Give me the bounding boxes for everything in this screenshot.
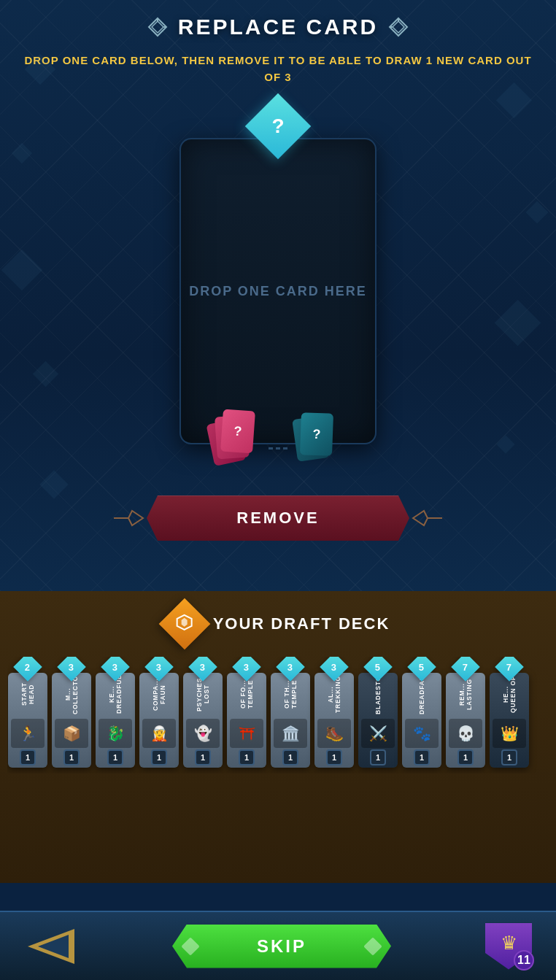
footer-nav: SKIP ♛ 11 xyxy=(0,911,556,980)
card-item-8[interactable]: 3 TREKKING AL... 🥾 1 xyxy=(314,657,355,768)
card-body: TEMPLE OF FO... ⛩️ 1 xyxy=(227,673,266,768)
card-item-11[interactable]: 7 LASTING REM... 💀 1 xyxy=(445,657,486,768)
card-image-area: 📦 xyxy=(55,719,88,748)
remove-button[interactable]: REMOVE xyxy=(147,495,409,541)
card-image-icon: 📦 xyxy=(63,725,81,742)
card-item-1[interactable]: 2 HEAD START 🏃 1 xyxy=(7,657,48,768)
card-quantity-badge: 1 xyxy=(239,749,255,765)
card-image-icon: 💀 xyxy=(457,725,475,742)
card-body: TEMPLE OF TH... 🏛️ 1 xyxy=(271,673,310,768)
card-image-icon: ⛩️ xyxy=(238,725,256,742)
card-quantity-badge: 1 xyxy=(107,749,123,765)
deck-icon-symbol xyxy=(176,614,193,635)
card-image-area: 🐾 xyxy=(405,719,439,748)
remove-button-container: REMOVE xyxy=(15,495,541,541)
card-quantity-badge: 1 xyxy=(282,749,298,765)
card-image-area: ⛩️ xyxy=(230,719,263,748)
card-inner: DREADFAUNS 🐾 1 xyxy=(402,673,441,768)
card-item-2[interactable]: 3 COLLECTOR M... 📦 1 xyxy=(51,657,92,768)
card-image-area: 👑 xyxy=(493,719,526,748)
card-image-icon: 🥾 xyxy=(325,725,344,742)
card-image-area: 🐉 xyxy=(99,719,132,748)
card-cost-num: 7 xyxy=(506,661,511,672)
card-image-icon: 🐉 xyxy=(107,725,125,742)
title-row: REPLACE CARD xyxy=(15,15,541,39)
card-body: TREKKING AL... 🥾 1 xyxy=(314,673,354,768)
draft-deck-title: YOUR DRAFT DECK xyxy=(213,614,390,633)
drop-card-label: DROP ONE CARD HERE xyxy=(189,284,367,299)
card-body: DREADFAUNS 🐾 1 xyxy=(402,673,441,768)
card-image-area: ⚔️ xyxy=(361,719,395,748)
card-image-icon: 🏃 xyxy=(19,725,37,742)
card-image-icon: 👻 xyxy=(194,725,212,742)
card-inner: TEMPLE OF TH... 🏛️ 1 xyxy=(271,673,310,768)
card-body: BLADESTORM ⚔️ 1 xyxy=(358,673,398,768)
card-item-10[interactable]: 5 DREADFAUNS 🐾 1 xyxy=(401,657,442,768)
card-quantity-badge: 1 xyxy=(501,749,517,765)
remove-deco-left xyxy=(114,507,147,529)
deck-icon xyxy=(158,598,210,650)
card-image-icon: 🐾 xyxy=(413,725,431,742)
card-item-4[interactable]: 3 FAUN COMPA... 🧝 1 xyxy=(139,657,179,768)
dash-connector xyxy=(269,447,287,450)
skip-button[interactable]: SKIP xyxy=(172,925,391,968)
card-item-9[interactable]: 5 BLADESTORM ⚔️ 1 xyxy=(358,657,398,768)
card-cost-num: 5 xyxy=(419,661,424,672)
card-cost-num: 3 xyxy=(156,661,161,672)
back-button[interactable] xyxy=(22,925,80,968)
card-quantity-badge: 1 xyxy=(151,749,167,765)
draft-deck-header: YOUR DRAFT DECK xyxy=(7,606,549,642)
card-bottom-icons: ? ? ? ? ? xyxy=(181,410,375,465)
card-inner: LOST PSYCHES 👻 1 xyxy=(183,673,223,768)
mystery-pile-pink: ? ? ? xyxy=(210,410,261,465)
question-mark: ? xyxy=(255,103,301,150)
card-inner: TREKKING AL... 🥾 1 xyxy=(314,673,354,768)
card-quantity-badge: 1 xyxy=(195,749,211,765)
skip-button-label: SKIP xyxy=(257,936,306,956)
card-cost-num: 7 xyxy=(463,661,468,672)
card-image-icon: ⚔️ xyxy=(369,725,387,742)
teal-card-2: ? xyxy=(300,412,333,456)
card-body: COLLECTOR M... 📦 1 xyxy=(52,673,91,768)
card-body: DREADFUL KE... 🐉 1 xyxy=(96,673,135,768)
card-inner: FAUN COMPA... 🧝 1 xyxy=(139,673,179,768)
remove-deco-right xyxy=(409,507,442,529)
card-quantity-badge: 1 xyxy=(370,749,386,765)
trophy-count: 11 xyxy=(514,950,534,971)
trophy-badge: ♛ 11 xyxy=(483,921,534,972)
card-inner: COLLECTOR M... 📦 1 xyxy=(52,673,91,768)
card-quantity-badge: 1 xyxy=(326,749,342,765)
card-item-12[interactable]: 7 QUEEN OF HE... 👑 1 xyxy=(489,657,530,768)
card-image-area: 🏛️ xyxy=(274,719,307,748)
skip-deco-left-diamond xyxy=(181,937,199,955)
card-cost-num: 5 xyxy=(375,661,380,672)
top-section: REPLACE CARD DROP ONE CARD BELOW, THEN R… xyxy=(0,0,556,591)
back-arrow-icon xyxy=(25,926,77,967)
drop-zone-container: ? DROP ONE CARD HERE ? ? ? ? ? xyxy=(15,103,541,444)
card-quantity-badge: 1 xyxy=(457,749,474,765)
card-inner: QUEEN OF HE... 👑 1 xyxy=(490,673,529,768)
card-item-6[interactable]: 3 TEMPLE OF FO... ⛩️ 1 xyxy=(226,657,267,768)
skip-deco-right-diamond xyxy=(363,937,382,955)
card-item-7[interactable]: 3 TEMPLE OF TH... 🏛️ 1 xyxy=(270,657,311,768)
question-diamond-icon: ? xyxy=(245,93,312,160)
mystery-pile-teal: ? ? xyxy=(295,410,346,465)
title-deco-left xyxy=(147,17,168,37)
drop-card-zone[interactable]: DROP ONE CARD HERE ? ? ? ? ? xyxy=(179,138,377,444)
title-deco-right xyxy=(388,17,409,37)
card-body: LOST PSYCHES 👻 1 xyxy=(183,673,223,768)
card-inner: TEMPLE OF FO... ⛩️ 1 xyxy=(227,673,266,768)
card-cost-num: 2 xyxy=(25,661,30,672)
card-image-area: 🥾 xyxy=(317,719,351,748)
card-list: 2 HEAD START 🏃 1 3 COLLECTOR M... 📦 1 xyxy=(7,657,549,773)
card-inner: DREADFUL KE... 🐉 1 xyxy=(96,673,135,768)
draft-deck-section: YOUR DRAFT DECK 2 HEAD START 🏃 1 3 COLLE… xyxy=(0,591,556,883)
card-cost-num: 3 xyxy=(69,661,74,672)
card-inner: LASTING REM... 💀 1 xyxy=(446,673,485,768)
card-item-3[interactable]: 3 DREADFUL KE... 🐉 1 xyxy=(95,657,136,768)
card-image-area: 💀 xyxy=(449,719,482,748)
crown-icon: ♛ xyxy=(501,932,517,954)
card-image-area: 🏃 xyxy=(11,719,45,748)
card-item-5[interactable]: 3 LOST PSYCHES 👻 1 xyxy=(182,657,223,768)
card-body: QUEEN OF HE... 👑 1 xyxy=(490,673,529,768)
